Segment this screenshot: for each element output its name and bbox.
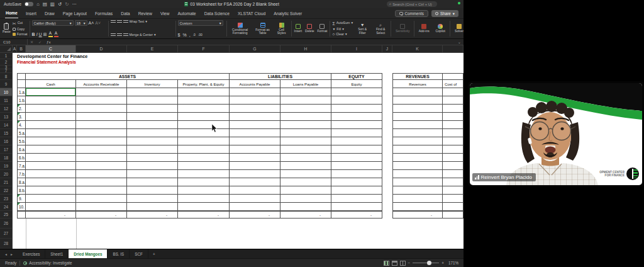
- ribbon-tab-formulas[interactable]: Formulas: [94, 11, 113, 18]
- data-cell[interactable]: [280, 170, 331, 178]
- row-header-15[interactable]: 15: [0, 129, 12, 137]
- column-header-F[interactable]: F: [178, 45, 230, 53]
- data-cell[interactable]: [178, 186, 230, 195]
- enter-icon[interactable]: ✓: [36, 40, 44, 44]
- data-cell[interactable]: [76, 145, 127, 154]
- data-cell[interactable]: [127, 137, 178, 145]
- row-label-cell[interactable]: 7.a.: [17, 162, 26, 170]
- data-cell[interactable]: [280, 129, 331, 137]
- data-cell[interactable]: [230, 170, 280, 178]
- data-cell[interactable]: [178, 170, 230, 178]
- row-header-23[interactable]: 23: [0, 195, 12, 203]
- band-corner-cell[interactable]: [17, 73, 26, 80]
- data-cell[interactable]: [280, 88, 331, 96]
- align-bottom-icon[interactable]: [123, 20, 128, 24]
- sheet-tab-bs-is[interactable]: BS. IS: [108, 249, 130, 258]
- ribbon-tab-automate[interactable]: Automate: [177, 11, 197, 18]
- data-cell[interactable]: [127, 121, 178, 129]
- select-all-corner[interactable]: [0, 45, 13, 53]
- data-cell-cut[interactable]: [443, 154, 464, 162]
- data-cell-cut[interactable]: [443, 137, 464, 145]
- ribbon-tab-view[interactable]: View: [160, 11, 170, 18]
- column-header-cell[interactable]: Loans Payable: [280, 80, 331, 88]
- percent-icon[interactable]: %: [182, 33, 186, 37]
- undo-icon[interactable]: ↺: [58, 2, 62, 7]
- gap-column-cell[interactable]: [382, 73, 392, 80]
- data-cell[interactable]: [127, 113, 178, 121]
- increase-font-icon[interactable]: A˄: [89, 21, 94, 25]
- row-header-26[interactable]: 26: [0, 219, 12, 229]
- column-header-cell-cut[interactable]: Cost of: [443, 80, 464, 88]
- data-cell[interactable]: [230, 186, 280, 195]
- data-cell[interactable]: [26, 203, 76, 211]
- row-label-cell[interactable]: 1.a.: [17, 88, 26, 96]
- data-cell[interactable]: [392, 96, 443, 105]
- column-header-A[interactable]: A: [13, 45, 17, 53]
- align-middle-icon[interactable]: [117, 20, 122, 24]
- row-header-18[interactable]: 18: [0, 154, 12, 162]
- data-cell-cut[interactable]: [443, 96, 464, 105]
- row-header-8[interactable]: 8: [0, 73, 12, 80]
- total-cell[interactable]: -: [230, 211, 280, 219]
- data-cell[interactable]: [280, 113, 331, 121]
- row-label-cell[interactable]: 2.: [17, 105, 26, 113]
- gap-column-cell[interactable]: [382, 195, 392, 203]
- data-cell[interactable]: [178, 154, 230, 162]
- row-label-cell[interactable]: 7.b.: [17, 170, 26, 178]
- row-label-cell[interactable]: 10.: [17, 203, 26, 211]
- sheet-tab-exercises[interactable]: Exercises: [18, 249, 45, 258]
- data-cell[interactable]: [392, 88, 443, 96]
- row-header-11[interactable]: 11: [0, 96, 12, 105]
- gap-column-cell[interactable]: [382, 105, 392, 113]
- gap-column-cell[interactable]: [382, 203, 392, 211]
- share-button[interactable]: Share ▾: [431, 10, 458, 17]
- column-header-cut[interactable]: [443, 45, 464, 53]
- data-cell[interactable]: [26, 195, 76, 203]
- data-cell[interactable]: [127, 129, 178, 137]
- data-cell[interactable]: [76, 129, 127, 137]
- gap-column-cell[interactable]: [382, 162, 392, 170]
- ribbon-tab-insert[interactable]: Insert: [25, 11, 37, 18]
- data-cell[interactable]: [26, 178, 76, 186]
- data-cell[interactable]: [331, 203, 382, 211]
- data-cell[interactable]: [178, 88, 230, 96]
- data-cell[interactable]: [280, 145, 331, 154]
- data-cell[interactable]: [178, 162, 230, 170]
- data-cell[interactable]: [230, 121, 280, 129]
- data-cell[interactable]: [331, 105, 382, 113]
- row-label-cell[interactable]: 6.a.: [17, 145, 26, 154]
- data-cell[interactable]: [280, 162, 331, 170]
- decrease-decimal-icon[interactable]: .00: [198, 33, 203, 37]
- column-header-I[interactable]: I: [331, 45, 382, 53]
- data-cell-cut[interactable]: [443, 186, 464, 195]
- zoom-in-icon[interactable]: +: [441, 261, 444, 265]
- column-header-cell[interactable]: Inventory: [127, 80, 178, 88]
- data-cell[interactable]: [127, 105, 178, 113]
- row-header-27[interactable]: 27: [0, 229, 12, 239]
- sheet-tab-scf[interactable]: SCF: [130, 249, 148, 258]
- data-cell[interactable]: [230, 162, 280, 170]
- row-label-cell[interactable]: 1.b.: [17, 96, 26, 105]
- row-header-13[interactable]: 13: [0, 113, 12, 121]
- data-cell-cut[interactable]: [443, 195, 464, 203]
- data-cell[interactable]: [178, 121, 230, 129]
- data-cell[interactable]: [230, 88, 280, 96]
- row-header-24[interactable]: 24: [0, 203, 12, 211]
- data-cell[interactable]: [392, 154, 443, 162]
- data-cell[interactable]: [392, 121, 443, 129]
- data-cell[interactable]: [280, 105, 331, 113]
- gap-column-cell[interactable]: [382, 186, 392, 195]
- total-row-label-cell[interactable]: [17, 211, 26, 219]
- add-ins-button[interactable]: Add-ins: [416, 24, 431, 33]
- data-cell[interactable]: [392, 170, 443, 178]
- normal-view-icon[interactable]: [384, 261, 389, 266]
- data-cell[interactable]: [331, 154, 382, 162]
- data-cell[interactable]: [26, 162, 76, 170]
- data-cell[interactable]: [76, 162, 127, 170]
- data-cell-cut[interactable]: [443, 203, 464, 211]
- row-label-cell[interactable]: 5.a.: [17, 129, 26, 137]
- fill-button[interactable]: ▼Fill▾: [332, 28, 353, 31]
- insert-function-icon[interactable]: ƒx: [44, 40, 53, 44]
- gap-column-cell[interactable]: [382, 178, 392, 186]
- data-cell[interactable]: [127, 88, 178, 96]
